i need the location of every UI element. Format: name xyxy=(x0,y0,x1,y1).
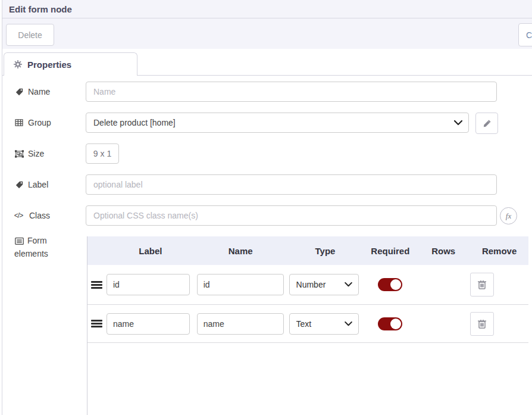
name-row: Name xyxy=(2,82,532,102)
group-select[interactable]: Delete product [home] xyxy=(86,113,469,133)
label-row: Label xyxy=(2,174,532,195)
trash-icon xyxy=(477,319,487,329)
name-label: Name xyxy=(14,82,50,102)
tab-properties[interactable]: Properties xyxy=(4,52,137,76)
size-button[interactable]: 9 x 1 xyxy=(86,143,119,164)
drag-handle-icon[interactable] xyxy=(91,281,102,289)
table-header-row: Label Name Type Required Rows Remove xyxy=(87,236,528,265)
remove-element-button[interactable] xyxy=(470,312,494,336)
label-input[interactable] xyxy=(86,174,497,195)
element-type-select[interactable]: Number xyxy=(289,274,359,295)
group-select-wrap: Delete product [home] xyxy=(86,113,469,133)
group-row: Group Delete product [home] xyxy=(2,113,532,133)
element-type-select[interactable]: Text xyxy=(289,313,359,335)
tab-bar: Properties xyxy=(2,49,532,76)
properties-form: Name Group Delete product [home] xyxy=(2,76,532,415)
delete-button[interactable]: Delete xyxy=(6,24,54,46)
element-label-input[interactable] xyxy=(107,274,190,295)
element-label-input[interactable] xyxy=(107,313,190,335)
tag-icon xyxy=(14,181,24,189)
col-header-required: Required xyxy=(364,246,417,256)
required-toggle[interactable] xyxy=(378,317,402,330)
gear-icon xyxy=(13,60,23,68)
col-header-label: Label xyxy=(107,246,195,256)
size-label: Size xyxy=(14,143,44,164)
trash-icon xyxy=(477,279,487,290)
class-row: </> Class fx xyxy=(2,205,532,226)
remove-element-button[interactable] xyxy=(470,273,494,297)
fx-button[interactable]: fx xyxy=(500,207,517,224)
list-icon xyxy=(14,238,24,245)
col-header-remove: Remove xyxy=(470,246,528,256)
element-name-input[interactable] xyxy=(197,313,284,335)
code-icon: </> xyxy=(12,211,25,220)
form-elements-label: Form elements xyxy=(14,234,48,260)
table-icon xyxy=(14,119,24,126)
page-title: Edit form node xyxy=(9,4,72,14)
object-group-icon xyxy=(14,150,24,158)
label-label: Label xyxy=(14,174,48,195)
dialog-toolbar: Delete Cancel xyxy=(2,18,532,49)
element-name-input[interactable] xyxy=(197,274,284,295)
col-header-type: Type xyxy=(287,246,364,256)
table-row: Number xyxy=(87,265,528,305)
fx-icon: fx xyxy=(506,211,511,221)
size-row: Size 9 x 1 xyxy=(2,143,532,164)
tag-icon xyxy=(14,88,24,96)
table-row: Text xyxy=(87,305,528,343)
name-input[interactable] xyxy=(86,82,497,102)
cancel-button[interactable]: Cancel xyxy=(518,23,532,46)
required-toggle[interactable] xyxy=(378,278,402,291)
edit-group-button[interactable] xyxy=(475,113,498,134)
dialog-header: Edit form node xyxy=(2,0,532,18)
class-label: </> Class xyxy=(12,205,50,226)
drag-handle-icon[interactable] xyxy=(91,320,102,327)
group-label: Group xyxy=(14,113,51,133)
col-header-name: Name xyxy=(195,246,287,256)
class-input[interactable] xyxy=(86,205,497,226)
col-header-rows: Rows xyxy=(417,246,470,256)
form-elements-table: Label Name Type Required Rows Remove xyxy=(87,236,528,415)
pencil-icon xyxy=(483,119,492,128)
tab-properties-label: Properties xyxy=(27,60,71,70)
